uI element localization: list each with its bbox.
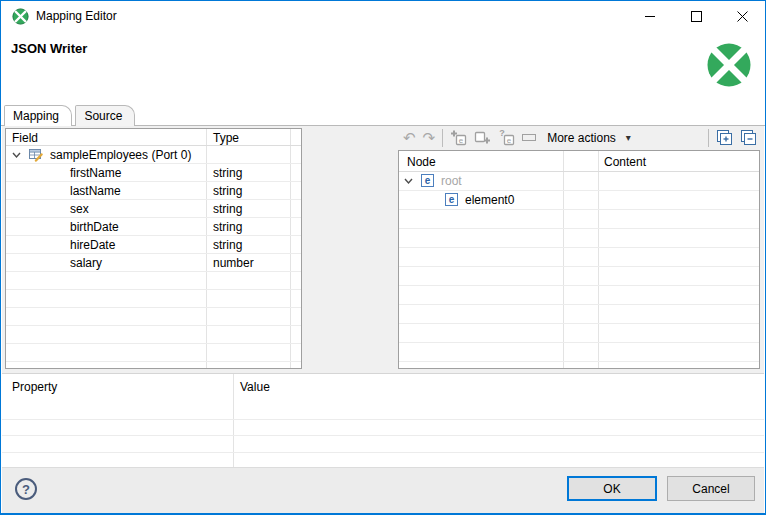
field-type: number (213, 256, 254, 270)
empty-row (399, 305, 759, 324)
tree-item-label: sampleEmployees (Port 0) (50, 148, 191, 162)
redo-icon[interactable]: ↷ (423, 131, 436, 145)
node-column-header[interactable]: Node (407, 155, 436, 169)
field-name: firstName (70, 166, 121, 180)
type-column-header[interactable]: Type (213, 131, 239, 145)
empty-row (399, 343, 759, 362)
empty-row (399, 324, 759, 343)
maximize-icon (691, 11, 702, 22)
expand-all-icon[interactable] (716, 129, 733, 146)
property-table-column-divider (233, 374, 234, 468)
tab-source-label: Source (84, 109, 122, 123)
add-child-element-icon[interactable]: e (450, 129, 467, 146)
empty-row (399, 362, 759, 369)
mapping-editor-dialog: Mapping Editor JSON Writer Mapping Sourc… (0, 0, 766, 515)
field-name: hireDate (70, 238, 115, 252)
empty-row (399, 286, 759, 305)
value-column-header[interactable]: Value (240, 380, 270, 394)
add-element-icon[interactable] (474, 129, 491, 146)
field-type: string (213, 166, 242, 180)
ok-button[interactable]: OK (567, 476, 657, 501)
field-row[interactable]: sex string (6, 200, 301, 218)
empty-row (399, 210, 759, 229)
add-wildcard-element-icon[interactable]: ? e (498, 129, 515, 146)
help-button[interactable]: ? (15, 478, 37, 500)
node-label: element0 (465, 193, 514, 207)
field-row[interactable]: firstName string (6, 164, 301, 182)
field-name: birthDate (70, 220, 119, 234)
dropdown-arrow-icon: ▾ (626, 132, 631, 143)
window-controls (627, 1, 765, 31)
property-column-header[interactable]: Property (12, 380, 57, 394)
field-column-header[interactable]: Field (12, 131, 38, 145)
mapping-toolbar: ↶ ↷ e ? (398, 126, 760, 149)
empty-row (6, 290, 301, 308)
undo-icon[interactable]: ↶ (403, 131, 416, 145)
field-type: string (213, 202, 242, 216)
field-type: string (213, 238, 242, 252)
empty-row (6, 272, 301, 290)
field-name: salary (70, 256, 102, 270)
field-table: Field Type sampleEmployees (Port 0) firs… (5, 128, 302, 369)
empty-row (399, 267, 759, 286)
empty-row (399, 229, 759, 248)
element-icon: e (445, 193, 458, 206)
svg-text:e: e (459, 136, 464, 145)
element-icon: e (421, 174, 434, 187)
chevron-down-icon[interactable] (404, 177, 413, 185)
tab-bar: Mapping Source (1, 105, 765, 126)
toolbar-separator (442, 129, 443, 147)
cloverdx-logo (706, 42, 752, 88)
page-title: JSON Writer (11, 41, 87, 56)
clover-app-icon (12, 8, 29, 25)
empty-row (6, 362, 301, 369)
dash-icon[interactable] (522, 134, 536, 142)
tree-row-element0[interactable]: e element0 (399, 191, 759, 210)
node-table: Node Content e root e element0 (398, 150, 760, 369)
field-name: lastName (70, 184, 121, 198)
minimize-icon (645, 11, 656, 22)
content-column-header[interactable]: Content (604, 155, 646, 169)
field-row[interactable]: lastName string (6, 182, 301, 200)
cancel-button[interactable]: Cancel (667, 476, 755, 501)
empty-row (6, 326, 301, 344)
empty-row (6, 308, 301, 326)
close-icon (737, 11, 748, 22)
tab-mapping[interactable]: Mapping (4, 105, 72, 126)
row-divider (2, 435, 764, 436)
field-table-header: Field Type (6, 129, 301, 146)
field-type: string (213, 220, 242, 234)
maximize-button[interactable] (673, 1, 719, 31)
node-label: root (441, 174, 462, 188)
tab-source[interactable]: Source (75, 105, 135, 126)
window-title: Mapping Editor (36, 9, 117, 23)
row-divider (2, 452, 764, 453)
more-actions-button[interactable]: More actions ▾ (543, 129, 635, 147)
field-row[interactable]: birthDate string (6, 218, 301, 236)
toolbar-separator (708, 129, 709, 147)
chevron-down-icon[interactable] (12, 151, 21, 159)
tree-row-port0[interactable]: sampleEmployees (Port 0) (6, 146, 301, 164)
field-row[interactable]: salary number (6, 254, 301, 272)
node-table-header: Node Content (399, 151, 759, 172)
empty-row (399, 248, 759, 267)
tree-row-root[interactable]: e root (399, 172, 759, 191)
svg-text:e: e (507, 136, 512, 145)
tab-mapping-label: Mapping (13, 109, 59, 123)
help-icon: ? (22, 482, 30, 497)
row-divider (2, 419, 764, 420)
close-button[interactable] (719, 1, 765, 31)
more-actions-label: More actions (547, 131, 616, 145)
dialog-footer: ? OK Cancel (2, 467, 764, 513)
field-type: string (213, 184, 242, 198)
field-name: sex (70, 202, 89, 216)
empty-row (6, 344, 301, 362)
titlebar[interactable]: Mapping Editor (1, 1, 765, 32)
minimize-button[interactable] (627, 1, 673, 31)
mapping-tab-content: Field Type sampleEmployees (Port 0) firs… (2, 126, 764, 468)
collapse-all-icon[interactable] (740, 129, 757, 146)
field-row[interactable]: hireDate string (6, 236, 301, 254)
record-metadata-icon (28, 147, 43, 162)
property-table: Property Value (2, 373, 764, 468)
